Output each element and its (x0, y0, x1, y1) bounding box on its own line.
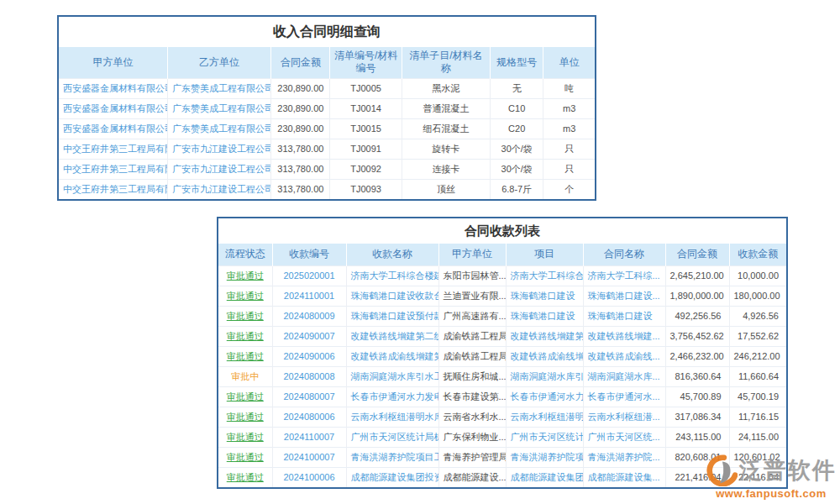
cell-receipt-amount: 246,212.00 (729, 346, 786, 366)
cell-process-status[interactable]: 审批通过 (218, 286, 272, 306)
table-row: 中交王府井第三工程局有限公司广安市九江建设工程公司313,780.00TJ009… (59, 139, 595, 159)
cell-process-status[interactable]: 审批通过 (218, 306, 272, 326)
cell-receipt-name[interactable]: 成都能源建设集团投资有... (346, 467, 438, 487)
cell-receipt-name[interactable]: 青海洪湖养护院项目工程款 (346, 447, 438, 467)
cell-contract-name[interactable]: 成都能源建设集... (583, 467, 665, 487)
cell-party-a-unit[interactable]: 中交王府井第三工程局有限公司 (59, 159, 167, 179)
cell-receipt-name[interactable]: 云南水利枢纽潜明水库一... (346, 407, 438, 427)
cell-list-no: TJ0015 (330, 118, 402, 139)
cell-process-status[interactable]: 审批通过 (218, 386, 272, 407)
cell-project[interactable]: 云南水利枢纽潜明... (506, 407, 583, 427)
col-header-list-no: 清单编号/材料编号 (330, 47, 402, 78)
cell-project[interactable]: 改建铁路线增建第... (506, 326, 583, 346)
cell-project[interactable]: 济南大学工科综合... (506, 265, 583, 286)
cell-receipt-amount: 4,926.56 (729, 306, 786, 326)
cell-receipt-amount: 11,660.64 (729, 366, 786, 386)
cell-project[interactable]: 成都能源建设集团... (506, 467, 583, 487)
cell-contract-name[interactable]: 云南水利枢纽潜... (583, 407, 665, 427)
cell-party-b-unit[interactable]: 广安市九江建设工程公司 (167, 159, 270, 179)
cell-party-a-unit[interactable]: 西安盛器金属材料有限公司 (59, 78, 167, 98)
cell-process-status[interactable]: 审批通过 (218, 467, 272, 487)
col-header-item-material-name: 清单子目/材料名称 (402, 47, 490, 78)
cell-receipt-name[interactable]: 湖南洞庭湖水库引水工程... (346, 366, 438, 386)
cell-receipt-no[interactable]: 2024080006 (272, 407, 346, 427)
cell-spec-model: 6.8-7斤 (491, 179, 543, 199)
cell-contract-name[interactable]: 湖南洞庭湖水库... (583, 366, 665, 386)
col-header-project: 项目 (506, 244, 583, 265)
cell-process-status[interactable]: 审批通过 (218, 427, 272, 447)
cell-party-b-unit[interactable]: 广安市九江建设工程公司 (167, 179, 270, 199)
table-row: 审批通过2024080007长春市伊通河水力发电厂...长春市建设第...长春市… (218, 386, 786, 407)
col-header-unit: 单位 (543, 47, 595, 78)
cell-project[interactable]: 长春市伊通河水力... (506, 386, 583, 407)
cell-receipt-name[interactable]: 珠海鹤港口建设预付款 (346, 306, 438, 326)
cell-project[interactable]: 广州市天河区统计... (506, 427, 583, 447)
cell-contract-name[interactable]: 改建铁路线增建... (583, 326, 665, 346)
cell-receipt-name[interactable]: 改建铁路成渝线增建第二... (346, 346, 438, 366)
fanpu-logo-icon (706, 454, 738, 486)
cell-list-no: TJ0091 (330, 139, 402, 159)
cell-contract-name[interactable]: 长春市伊通河水... (583, 386, 665, 407)
cell-receipt-no[interactable]: 2024110007 (272, 427, 346, 447)
cell-contract-name[interactable]: 珠海鹤港口建设 (583, 306, 665, 326)
cell-receipt-no[interactable]: 2024090007 (272, 326, 346, 346)
cell-unit: m3 (543, 118, 595, 139)
cell-party-a-unit: 兰迪置业有限... (438, 286, 506, 306)
cell-process-status[interactable]: 审批通过 (218, 346, 272, 366)
cell-contract-amount: 1,890,000.00 (665, 286, 729, 306)
cell-project[interactable]: 青海洪湖养护院项目 (506, 447, 583, 467)
cell-receipt-no[interactable]: 2025020001 (272, 265, 346, 286)
cell-party-a-unit[interactable]: 西安盛器金属材料有限公司 (59, 98, 167, 118)
cell-receipt-name[interactable]: 长春市伊通河水力发电厂... (346, 386, 438, 407)
cell-project[interactable]: 珠海鹤港口建设 (506, 306, 583, 326)
cell-receipt-no[interactable]: 2024110001 (272, 286, 346, 306)
cell-receipt-name[interactable]: 珠海鹤港口建设收款合同 (346, 286, 438, 306)
cell-receipt-name[interactable]: 改建铁路线增建第二线直... (346, 326, 438, 346)
cell-contract-amount: 816,360.64 (665, 366, 729, 386)
cell-project[interactable]: 珠海鹤港口建设 (506, 286, 583, 306)
cell-contract-amount: 230,890.00 (271, 118, 330, 139)
cell-project[interactable]: 改建铁路成渝线增... (506, 346, 583, 366)
cell-list-no: TJ0005 (330, 78, 402, 98)
cell-receipt-no[interactable]: 2024080007 (272, 386, 346, 407)
cell-process-status[interactable]: 审批通过 (218, 265, 272, 286)
table-row: 审批通过2024100006成都能源建设集团投资有...成都能源建设...成都能… (218, 467, 786, 487)
table-row: 审批通过2024080009珠海鹤港口建设预付款广州高速路有...珠海鹤港口建设… (218, 306, 786, 326)
cell-party-b-unit[interactable]: 广安市九江建设工程公司 (167, 139, 270, 159)
cell-receipt-no[interactable]: 2024080009 (272, 306, 346, 326)
cell-contract-amount: 2,645,210.00 (665, 265, 729, 286)
cell-contract-name[interactable]: 改建铁路成渝线... (583, 346, 665, 366)
cell-receipt-no[interactable]: 2024100006 (272, 467, 346, 487)
table-row: 中交王府井第三工程局有限公司广安市九江建设工程公司313,780.00TJ009… (59, 179, 595, 199)
col-header-spec-model: 规格型号 (491, 47, 543, 78)
cell-party-a-unit[interactable]: 西安盛器金属材料有限公司 (59, 118, 167, 139)
detail-table-title: 收入合同明细查询 (59, 17, 595, 47)
cell-receipt-name[interactable]: 济南大学工科综合楼建设... (346, 265, 438, 286)
col-header-contract-amount: 合同金额 (271, 47, 330, 78)
cell-process-status[interactable]: 审批中 (218, 366, 272, 386)
cell-process-status[interactable]: 审批通过 (218, 326, 272, 346)
cell-contract-name[interactable]: 济南大学工科综... (583, 265, 665, 286)
cell-party-b-unit[interactable]: 广东赞美成工程有限公司 (167, 78, 270, 98)
cell-party-a-unit[interactable]: 中交王府井第三工程局有限公司 (59, 139, 167, 159)
cell-party-a-unit: 东阳市园林管... (438, 265, 506, 286)
cell-party-a-unit: 云南省水利水... (438, 407, 506, 427)
cell-unit: 吨 (543, 78, 595, 98)
cell-contract-name[interactable]: 青海洪湖养护院... (583, 447, 665, 467)
cell-receipt-name[interactable]: 广州市天河区统计局机房... (346, 427, 438, 447)
cell-receipt-amount: 10,000.00 (729, 265, 786, 286)
cell-party-b-unit[interactable]: 广东赞美成工程有限公司 (167, 118, 270, 139)
cell-process-status[interactable]: 审批通过 (218, 447, 272, 467)
cell-receipt-amount: 45,700.19 (729, 386, 786, 407)
cell-contract-amount: 230,890.00 (271, 98, 330, 118)
cell-receipt-no[interactable]: 2024080008 (272, 366, 346, 386)
cell-party-b-unit[interactable]: 广东赞美成工程有限公司 (167, 98, 270, 118)
cell-receipt-no[interactable]: 2024100007 (272, 447, 346, 467)
cell-receipt-no[interactable]: 2024090006 (272, 346, 346, 366)
cell-contract-name[interactable]: 广州市天河区统... (583, 427, 665, 447)
cell-party-a-unit[interactable]: 中交王府井第三工程局有限公司 (59, 179, 167, 199)
cell-contract-name[interactable]: 珠海鹤港口建设... (583, 286, 665, 306)
cell-unit: m3 (543, 98, 595, 118)
cell-project[interactable]: 湖南洞庭湖水库引... (506, 366, 583, 386)
cell-process-status[interactable]: 审批通过 (218, 407, 272, 427)
